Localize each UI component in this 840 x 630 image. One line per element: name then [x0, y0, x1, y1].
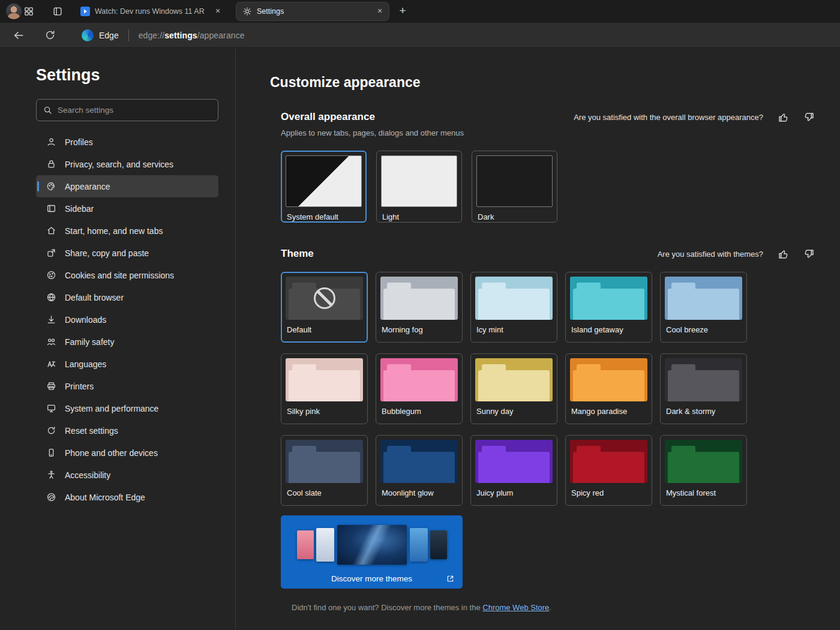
theme-card-silky-pink[interactable]: Silky pink: [281, 353, 368, 424]
profiles-icon: [46, 137, 56, 147]
sidebar-item-label: Cookies and site permissions: [65, 271, 174, 280]
tab-actions-icon[interactable]: [50, 4, 65, 19]
sidebar-item-label: About Microsoft Edge: [65, 493, 145, 502]
theme-preview: [475, 277, 553, 320]
sidebar-item-profiles[interactable]: Profiles: [36, 131, 218, 153]
sidebar-item-phone-devices[interactable]: Phone and other devices: [36, 442, 218, 464]
overall-feedback-question: Are you satisfied with the overall brows…: [574, 113, 763, 122]
theme-label: Dark & stormy: [665, 407, 742, 416]
profile-avatar[interactable]: [6, 4, 22, 19]
search-input[interactable]: [58, 106, 218, 115]
sidebar-item-languages[interactable]: Languages: [36, 353, 218, 375]
close-icon[interactable]: ×: [374, 6, 385, 17]
theme-preview: [570, 277, 647, 320]
sidebar-item-share-copy-paste[interactable]: Share, copy and paste: [36, 242, 218, 264]
cookies-icon: [46, 270, 56, 280]
lock-icon: [46, 159, 56, 169]
appearance-option-system-default[interactable]: System default: [281, 151, 367, 223]
new-tab-button[interactable]: +: [395, 4, 410, 19]
sidebar-item-printers[interactable]: Printers: [36, 375, 218, 397]
theme-label: Icy mint: [475, 325, 553, 334]
theme-grid: Default Morning fog Icy mint Island geta…: [281, 272, 815, 506]
discover-more-themes-label: Discover more themes: [331, 574, 412, 583]
sidebar-item-label: Profiles: [65, 137, 93, 147]
accessibility-icon: [46, 470, 56, 480]
theme-preview: [665, 440, 742, 483]
theme-label: Spicy red: [570, 488, 647, 497]
appearance-option-dark[interactable]: Dark: [472, 151, 557, 223]
settings-page: Settings Profiles Privacy, search, and s…: [0, 48, 840, 629]
sidebar-item-downloads[interactable]: Downloads: [36, 308, 218, 331]
theme-card-cool-slate[interactable]: Cool slate: [281, 435, 368, 506]
page-title: Customize appearance: [270, 74, 840, 91]
light-preview: [381, 155, 457, 207]
appearance-option-light[interactable]: Light: [376, 151, 462, 223]
theme-card-moonlight-glow[interactable]: Moonlight glow: [376, 435, 463, 506]
refresh-button[interactable]: [42, 28, 58, 43]
browser-tab-video[interactable]: Watch: Dev runs Windows 11 AR ×: [74, 2, 227, 20]
theme-label: Default: [286, 325, 363, 334]
discover-footer-note: Didn't find one you want? Discover more …: [292, 603, 815, 612]
theme-label: Silky pink: [286, 407, 363, 416]
theme-card-mystical-forest[interactable]: Mystical forest: [660, 435, 747, 506]
url-prefix: edge://: [139, 31, 165, 40]
thumbs-up-icon[interactable]: [778, 112, 789, 123]
theme-card-icy-mint[interactable]: Icy mint: [470, 272, 557, 343]
printer-icon: [46, 381, 56, 391]
thumbs-up-icon[interactable]: [778, 248, 789, 260]
sidebar-item-cookies-permissions[interactable]: Cookies and site permissions: [36, 264, 218, 286]
share-icon: [46, 248, 56, 258]
thumbs-down-icon[interactable]: [803, 248, 815, 260]
theme-card-dark-stormy[interactable]: Dark & stormy: [660, 353, 747, 424]
sidebar-item-privacy[interactable]: Privacy, search, and services: [36, 153, 218, 175]
sidebar-item-system-performance[interactable]: System and performance: [36, 397, 218, 419]
theme-card-mango-paradise[interactable]: Mango paradise: [565, 353, 652, 424]
theme-card-default[interactable]: Default: [281, 272, 368, 343]
none-icon: [314, 287, 335, 309]
theme-label: Moonlight glow: [380, 488, 458, 497]
settings-search[interactable]: [36, 99, 218, 121]
palette-icon: [46, 181, 56, 191]
sidebar-item-label: Appearance: [65, 182, 110, 191]
sidebar-item-start-home-tabs[interactable]: Start, home, and new tabs: [36, 220, 218, 242]
discover-more-themes-banner[interactable]: Discover more themes: [281, 515, 463, 589]
theme-card-spicy-red[interactable]: Spicy red: [565, 435, 652, 506]
thumbs-down-icon[interactable]: [803, 112, 815, 123]
theme-card-bubblegum[interactable]: Bubblegum: [376, 353, 463, 424]
sidebar-item-about-edge[interactable]: About Microsoft Edge: [36, 486, 218, 508]
sidebar-item-label: Sidebar: [65, 204, 94, 214]
sidebar-item-label: Accessibility: [65, 470, 110, 480]
video-favicon: [80, 7, 90, 16]
sidebar-item-sidebar[interactable]: Sidebar: [36, 197, 218, 220]
sidebar-item-default-browser[interactable]: Default browser: [36, 286, 218, 308]
sidebar-item-accessibility[interactable]: Accessibility: [36, 464, 218, 486]
theme-label: Sunny day: [475, 407, 553, 416]
theme-card-morning-fog[interactable]: Morning fog: [376, 272, 463, 343]
sidebar-item-reset-settings[interactable]: Reset settings: [36, 419, 218, 442]
theme-label: Island getaway: [570, 325, 647, 334]
address-bar[interactable]: edge://settings/appearance: [139, 31, 245, 40]
close-icon[interactable]: ×: [212, 6, 223, 17]
theme-label: Bubblegum: [380, 407, 458, 416]
browser-brand-label: Edge: [99, 31, 119, 40]
theme-card-cool-breeze[interactable]: Cool breeze: [660, 272, 747, 343]
workspaces-icon[interactable]: [22, 4, 36, 19]
theme-card-juicy-plum[interactable]: Juicy plum: [470, 435, 557, 506]
theme-card-sunny-day[interactable]: Sunny day: [470, 353, 557, 424]
theme-card-island-getaway[interactable]: Island getaway: [565, 272, 652, 343]
chrome-web-store-link[interactable]: Chrome Web Store: [482, 603, 549, 612]
gear-favicon: [242, 7, 252, 16]
settings-main-panel: Customize appearance Overall appearance …: [236, 48, 840, 629]
globe-icon: [46, 292, 56, 302]
back-button[interactable]: [11, 28, 26, 43]
theme-collage: [281, 522, 463, 568]
sidebar-item-appearance[interactable]: Appearance: [36, 175, 218, 197]
sidebar-item-label: Family safety: [65, 337, 114, 347]
sidebar-icon: [46, 203, 56, 214]
sidebar-item-family-safety[interactable]: Family safety: [36, 331, 218, 353]
sidebar-item-label: System and performance: [65, 404, 158, 413]
theme-heading: Theme: [281, 248, 314, 260]
browser-tab-settings[interactable]: Settings ×: [236, 2, 389, 20]
overall-appearance-heading: Overall appearance: [281, 111, 375, 123]
theme-label: Juicy plum: [475, 488, 553, 497]
